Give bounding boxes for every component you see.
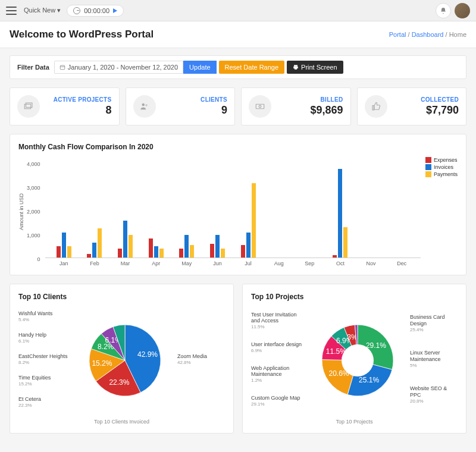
top-projects-panel: Top 10 Projects Test User Invitation and… bbox=[242, 284, 466, 434]
date-range-input[interactable]: January 1, 2020 - November 12, 2020 bbox=[54, 61, 183, 74]
svg-point-8 bbox=[145, 104, 148, 106]
y-axis-label: Amount in USD bbox=[18, 193, 24, 230]
projects-left-labels: Test User Invitation and Access11.5%User… bbox=[251, 307, 305, 414]
menu-icon[interactable] bbox=[6, 7, 17, 15]
page-title: Welcome to WordPress Portal bbox=[10, 29, 154, 40]
clock-icon bbox=[73, 7, 80, 14]
svg-text:22.3%: 22.3% bbox=[109, 378, 129, 387]
card-value: 8 bbox=[46, 104, 112, 117]
thumbs-up-icon bbox=[365, 95, 387, 118]
card-value: $9,869 bbox=[277, 104, 343, 117]
cashflow-panel: Monthly Cash Flow Comparison In 2020 Amo… bbox=[10, 134, 466, 275]
money-icon bbox=[249, 95, 271, 118]
card-label: BILLED bbox=[277, 96, 343, 103]
svg-rect-2 bbox=[294, 65, 298, 67]
stat-cards: ACTIVE PROJECTS8 CLIENTS9 BILLED$9,869 C… bbox=[10, 87, 466, 125]
card-value: 9 bbox=[162, 104, 228, 117]
card-label: CLIENTS bbox=[162, 96, 228, 103]
projects-donut-chart: 29.1%25.1%20.6%11.5%6.9%3% bbox=[309, 307, 405, 414]
clients-left-labels: Wishful Wants5.4%Handy Help6.1%EastChest… bbox=[18, 307, 72, 414]
card-active-projects: ACTIVE PROJECTS8 bbox=[10, 87, 120, 125]
print-icon bbox=[293, 64, 299, 70]
reset-button[interactable]: Reset Date Range bbox=[219, 61, 285, 74]
chart-legend: Expenses Invoices Payments bbox=[425, 157, 458, 266]
play-icon[interactable] bbox=[113, 8, 117, 13]
card-billed: BILLED$9,869 bbox=[241, 87, 351, 125]
legend-payments: Payments bbox=[434, 171, 458, 177]
legend-expenses: Expenses bbox=[434, 157, 458, 163]
print-label: Print Screen bbox=[301, 64, 337, 71]
svg-text:29.1%: 29.1% bbox=[365, 341, 386, 350]
legend-invoices: Invoices bbox=[434, 164, 453, 170]
topbar: Quick New ▾ 00:00:00 bbox=[0, 0, 476, 21]
svg-rect-5 bbox=[24, 104, 31, 109]
svg-point-7 bbox=[142, 103, 145, 106]
svg-text:15.2%: 15.2% bbox=[92, 359, 112, 368]
clients-caption: Top 10 Clients Invoiced bbox=[18, 419, 225, 425]
breadcrumb-home: Home bbox=[449, 31, 466, 38]
svg-text:25.1%: 25.1% bbox=[359, 376, 379, 384]
update-button[interactable]: Update bbox=[183, 61, 216, 74]
card-label: COLLECTED bbox=[393, 96, 459, 103]
filter-label: Filter Data bbox=[17, 64, 49, 71]
page-header: Welcome to WordPress Portal Portal / Das… bbox=[0, 21, 476, 48]
date-range-text: January 1, 2020 - November 12, 2020 bbox=[68, 64, 178, 71]
notifications-button[interactable] bbox=[436, 3, 451, 18]
svg-rect-9 bbox=[256, 104, 264, 109]
svg-point-22 bbox=[342, 344, 374, 376]
bell-icon bbox=[440, 7, 447, 14]
folders-icon bbox=[17, 95, 40, 118]
x-ticks: JanFebMarAprMayJunJulAugSepOctNovDec bbox=[45, 258, 421, 266]
svg-point-10 bbox=[259, 105, 261, 108]
cashflow-title: Monthly Cash Flow Comparison In 2020 bbox=[18, 143, 458, 151]
quick-new-dropdown[interactable]: Quick New ▾ bbox=[24, 7, 61, 14]
user-avatar[interactable] bbox=[455, 3, 470, 18]
svg-rect-0 bbox=[60, 65, 65, 70]
top-clients-panel: Top 10 Clients Wishful Wants5.4%Handy He… bbox=[10, 284, 234, 434]
users-icon bbox=[133, 95, 156, 118]
timer-value: 00:00:00 bbox=[84, 7, 109, 14]
card-collected: COLLECTED$7,790 bbox=[357, 87, 467, 125]
top-clients-title: Top 10 Clients bbox=[18, 293, 225, 301]
clients-pie-chart: 42.9%22.3%15.2%8.2%6.1% bbox=[77, 307, 173, 414]
bar-chart bbox=[45, 157, 421, 258]
card-clients: CLIENTS9 bbox=[126, 87, 236, 125]
clients-right-labels: Zoom Media42.8% bbox=[177, 307, 225, 414]
card-value: $7,790 bbox=[393, 104, 459, 117]
filter-bar: Filter Data January 1, 2020 - November 1… bbox=[10, 55, 466, 79]
y-ticks: 4,0003,0002,0001,0000 bbox=[27, 161, 40, 262]
projects-right-labels: Business Card Design25.4%Linux Server Ma… bbox=[410, 307, 458, 414]
svg-text:42.9%: 42.9% bbox=[137, 350, 157, 359]
breadcrumb-dashboard[interactable]: Dashboard bbox=[412, 31, 444, 38]
timer-widget[interactable]: 00:00:00 bbox=[67, 5, 124, 17]
print-button[interactable]: Print Screen bbox=[287, 61, 343, 74]
top-projects-title: Top 10 Projects bbox=[251, 293, 458, 301]
projects-caption: Top 10 Projects bbox=[251, 419, 458, 425]
svg-rect-4 bbox=[295, 68, 297, 70]
breadcrumb-portal[interactable]: Portal bbox=[389, 31, 406, 38]
card-label: ACTIVE PROJECTS bbox=[46, 96, 112, 103]
svg-rect-6 bbox=[26, 103, 33, 108]
breadcrumb: Portal / Dashboard / Home bbox=[389, 31, 466, 38]
calendar-icon bbox=[60, 64, 65, 70]
